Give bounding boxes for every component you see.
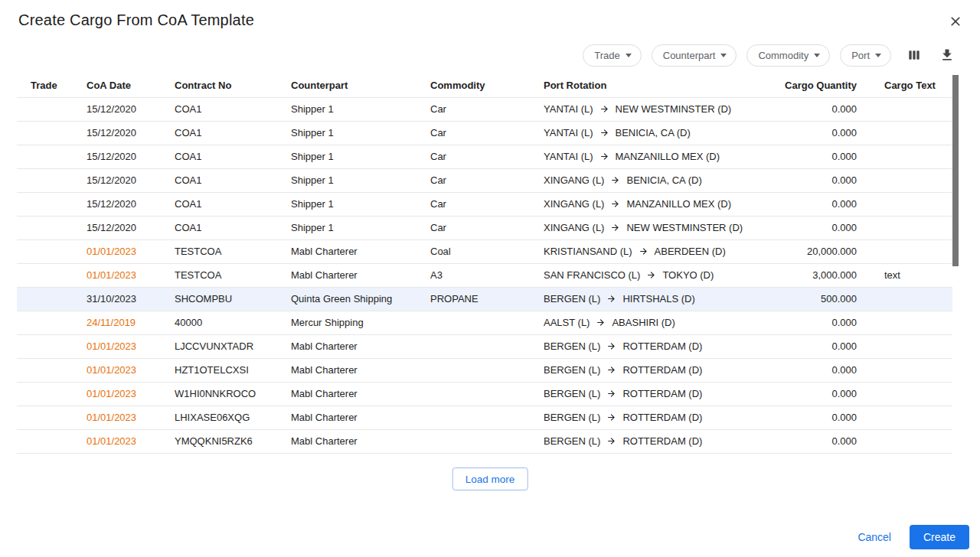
cell-coa-date: 15/12/2020 — [73, 168, 161, 192]
cell-port-rotation: SAN FRANCISCO (L) TOKYO (D) — [530, 263, 779, 287]
load-port: AALST (L) — [544, 317, 590, 328]
cell-counterpart: Shipper 1 — [277, 192, 416, 216]
load-port: KRISTIANSAND (L) — [544, 246, 632, 257]
discharge-port: MANZANILLO MEX (D) — [626, 198, 731, 210]
scrollbar-thumb[interactable] — [952, 75, 959, 266]
cell-contract-no: W1HI0NNKROCO — [161, 382, 277, 406]
cell-trade — [17, 97, 73, 121]
cell-trade — [17, 192, 73, 216]
route-arrow-icon — [610, 223, 620, 233]
cell-contract-no: COA1 — [161, 97, 277, 121]
route-arrow-icon — [599, 104, 609, 114]
cell-trade — [17, 429, 73, 453]
cell-commodity — [416, 429, 530, 453]
filter-counterpart[interactable]: Counterpart — [652, 44, 737, 67]
cell-commodity: Coal — [416, 239, 530, 263]
cell-contract-no: COA1 — [161, 121, 277, 145]
cell-contract-no: COA1 — [161, 168, 277, 192]
table-row[interactable]: 15/12/2020 COA1 Shipper 1 Car XINGANG (L… — [17, 168, 952, 192]
cell-commodity: Car — [416, 97, 530, 121]
table-row[interactable]: 01/01/2023 LJCCVUNXTADR Mabl Charterer B… — [17, 334, 952, 358]
discharge-port: ROTTERDAM (D) — [622, 388, 702, 399]
load-port: BERGEN (L) — [544, 340, 600, 352]
cell-cargo-quantity: 0.000 — [779, 121, 871, 145]
table-row[interactable]: 15/12/2020 COA1 Shipper 1 Car YANTAI (L)… — [17, 145, 952, 168]
filter-trade[interactable]: Trade — [583, 44, 641, 67]
filter-commodity[interactable]: Commodity — [746, 44, 830, 67]
header-cargo-text[interactable]: Cargo Text — [871, 73, 952, 97]
table-row[interactable]: 15/12/2020 COA1 Shipper 1 Car XINGANG (L… — [17, 216, 952, 239]
load-port: YANTAI (L) — [544, 151, 593, 162]
cell-coa-date: 01/01/2023 — [73, 429, 161, 453]
table-row[interactable]: 01/01/2023 LHIXASE06XQG Mabl Charterer B… — [17, 406, 952, 429]
route-arrow-icon — [639, 246, 648, 256]
header-coa-date[interactable]: CoA Date — [73, 73, 161, 97]
cell-cargo-quantity: 0.000 — [779, 406, 871, 429]
route-arrow-icon — [599, 151, 609, 161]
table-row[interactable]: 01/01/2023 YMQQKNI5RZK6 Mabl Charterer B… — [17, 429, 952, 453]
coa-template-table: Trade CoA Date Contract No Counterpart C… — [17, 73, 952, 454]
filter-toolbar: Trade Counterpart Commodity Port — [583, 44, 957, 67]
table-row[interactable]: 15/12/2020 COA1 Shipper 1 Car YANTAI (L)… — [17, 97, 952, 121]
cell-trade — [17, 216, 73, 239]
chevron-down-icon — [875, 54, 881, 57]
load-port: BERGEN (L) — [544, 412, 600, 423]
route-arrow-icon — [606, 436, 616, 446]
cell-contract-no: SHCOMPBU — [161, 287, 277, 311]
cell-coa-date: 15/12/2020 — [73, 145, 161, 168]
table-row[interactable]: 15/12/2020 COA1 Shipper 1 Car YANTAI (L)… — [17, 121, 952, 145]
header-counterpart[interactable]: Counterpart — [277, 73, 416, 97]
table-row[interactable]: 15/12/2020 COA1 Shipper 1 Car XINGANG (L… — [17, 192, 952, 216]
cell-coa-date: 15/12/2020 — [73, 121, 161, 145]
download-icon[interactable] — [937, 45, 957, 65]
cell-coa-date: 01/01/2023 — [73, 382, 161, 406]
cell-commodity: A3 — [416, 263, 530, 287]
cell-cargo-text — [871, 145, 952, 168]
cell-coa-date: 01/01/2023 — [73, 334, 161, 358]
load-port: BERGEN (L) — [544, 364, 600, 376]
cell-trade — [17, 239, 73, 263]
cell-coa-date: 31/10/2023 — [73, 287, 161, 311]
header-commodity[interactable]: Commodity — [416, 73, 530, 97]
cell-counterpart: Shipper 1 — [277, 121, 416, 145]
cancel-button[interactable]: Cancel — [847, 525, 902, 549]
cell-counterpart: Mercur Shipping — [277, 311, 416, 334]
cell-contract-no: LJCCVUNXTADR — [161, 334, 277, 358]
close-icon[interactable] — [946, 12, 965, 31]
table-row[interactable]: 24/11/2019 40000 Mercur Shipping AALST (… — [17, 311, 952, 334]
chevron-down-icon — [626, 54, 632, 57]
header-contract-no[interactable]: Contract No — [161, 73, 277, 97]
table-row[interactable]: 01/01/2023 HZT1OTELCXSI Mabl Charterer B… — [17, 358, 952, 382]
cell-counterpart: Mabl Charterer — [277, 358, 416, 382]
cell-cargo-text — [871, 216, 952, 239]
cell-trade — [17, 168, 73, 192]
header-cargo-quantity[interactable]: Cargo Quantity — [779, 73, 871, 97]
cell-cargo-quantity: 0.000 — [779, 311, 871, 334]
header-trade[interactable]: Trade — [17, 73, 73, 97]
cell-cargo-text — [871, 97, 952, 121]
cell-commodity — [416, 406, 530, 429]
cell-port-rotation: XINGANG (L) BENICIA, CA (D) — [530, 168, 779, 192]
cell-trade — [17, 358, 73, 382]
filter-port[interactable]: Port — [840, 44, 891, 67]
filter-port-label: Port — [851, 50, 870, 61]
load-port: YANTAI (L) — [544, 103, 593, 115]
cell-commodity: Car — [416, 192, 530, 216]
table-row[interactable]: 31/10/2023 SHCOMPBU Quinta Green Shippin… — [17, 287, 952, 311]
columns-icon[interactable] — [904, 45, 924, 65]
filter-counterpart-label: Counterpart — [663, 50, 716, 61]
cell-counterpart: Shipper 1 — [277, 168, 416, 192]
cell-cargo-quantity: 3,000.000 — [779, 263, 871, 287]
cell-contract-no: TESTCOA — [161, 239, 277, 263]
cell-trade — [17, 311, 73, 334]
table-row[interactable]: 01/01/2023 TESTCOA Mabl Charterer A3 SAN… — [17, 263, 952, 287]
table-row[interactable]: 01/01/2023 TESTCOA Mabl Charterer Coal K… — [17, 239, 952, 263]
cell-contract-no: YMQQKNI5RZK6 — [161, 429, 277, 453]
discharge-port: MANZANILLO MEX (D) — [616, 151, 720, 162]
cell-contract-no: COA1 — [161, 145, 277, 168]
header-port-rotation[interactable]: Port Rotation — [530, 73, 779, 97]
table-row[interactable]: 01/01/2023 W1HI0NNKROCO Mabl Charterer B… — [17, 382, 952, 406]
cell-contract-no: COA1 — [161, 192, 277, 216]
load-more-button[interactable]: Load more — [452, 467, 528, 490]
create-button[interactable]: Create — [910, 525, 969, 549]
